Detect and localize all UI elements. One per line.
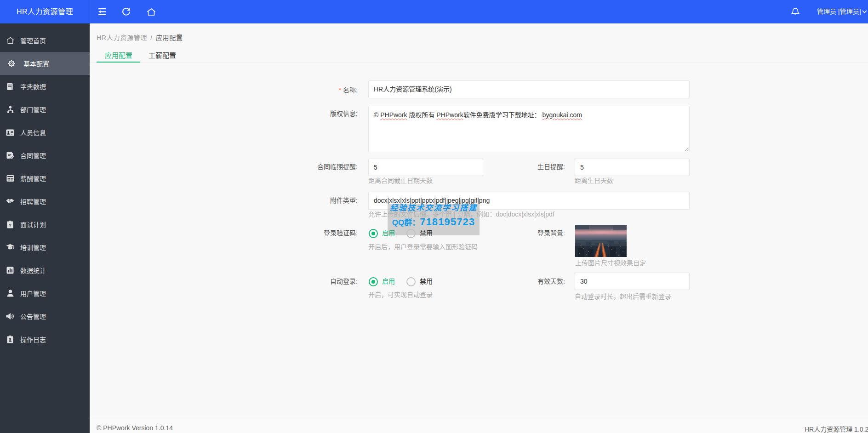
svg-text:?: ? (9, 222, 11, 227)
